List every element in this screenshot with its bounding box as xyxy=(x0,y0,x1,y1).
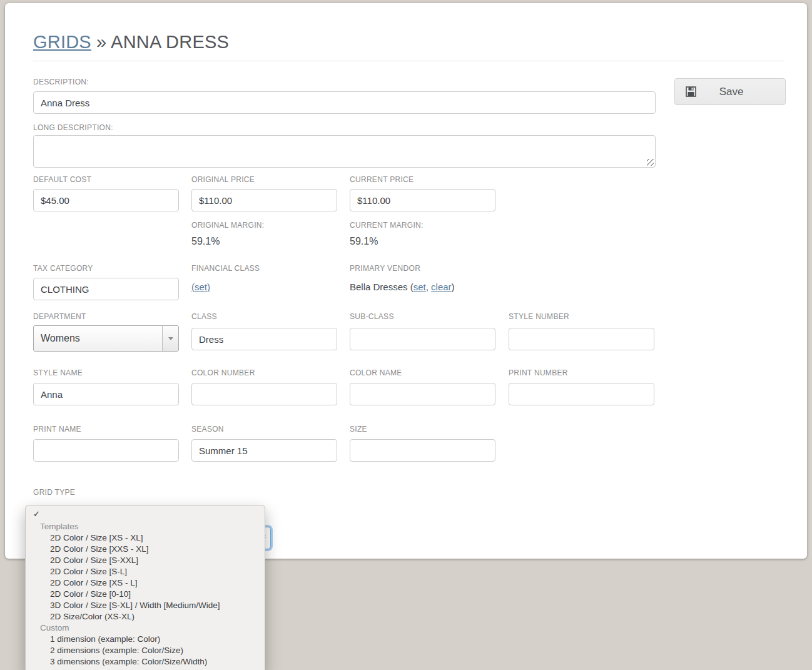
dropdown-option[interactable]: 2D Color / Size [0-10] xyxy=(26,589,265,600)
checkmark-icon: ✓ xyxy=(33,509,40,519)
color-name-label: COLOR NAME xyxy=(350,368,402,377)
size-label: SIZE xyxy=(350,425,367,434)
original-price-label: ORIGINAL PRICE xyxy=(191,175,255,184)
color-name-input[interactable] xyxy=(350,383,495,405)
main-card: GRIDS » ANNA DRESS Save DESCRIPTION: LON… xyxy=(5,3,807,559)
dropdown-option[interactable]: 1 dimension (example: Color) xyxy=(26,634,265,645)
save-button-label: Save xyxy=(696,86,766,98)
page-title: ANNA DRESS xyxy=(111,32,229,52)
grid-type-dropdown-menu: ✓ Templates 2D Color / Size [XS - XL] 2D… xyxy=(25,505,265,670)
dropdown-group-custom: Custom xyxy=(26,622,265,634)
class-input[interactable] xyxy=(191,328,337,350)
dropdown-option[interactable]: 2D Color / Size [XXS - XL] xyxy=(26,544,265,555)
financial-class-value: (set) xyxy=(191,282,210,292)
dropdown-option[interactable]: 2D Color / Size [S-L] xyxy=(26,566,265,577)
primary-vendor-label: PRIMARY VENDOR xyxy=(350,264,420,273)
class-label: CLASS xyxy=(191,312,217,321)
default-cost-input[interactable] xyxy=(33,189,179,211)
primary-vendor-set-link[interactable]: set xyxy=(414,282,426,292)
floppy-disk-icon xyxy=(686,86,696,97)
save-button[interactable]: Save xyxy=(674,78,786,105)
primary-vendor-name: Bella Dresses xyxy=(350,282,408,292)
breadcrumb: GRIDS » ANNA DRESS xyxy=(33,32,229,53)
select-arrow-box[interactable] xyxy=(162,326,178,351)
breadcrumb-separator: » xyxy=(91,32,111,52)
dropdown-option[interactable]: 2D Color / Size [XS - L] xyxy=(26,577,265,589)
long-description-label: LONG DESCRIPTION: xyxy=(33,123,113,132)
dropdown-option[interactable]: 2D Size/Color (XS-XL) xyxy=(26,611,265,622)
style-number-label: STYLE NUMBER xyxy=(509,312,569,321)
dropdown-option[interactable]: 2D Color / Size [XS - XL] xyxy=(26,532,265,544)
dropdown-option[interactable]: 2D Color / Size [S-XXL] xyxy=(26,555,265,566)
sub-class-label: SUB-CLASS xyxy=(350,312,394,321)
style-name-input[interactable] xyxy=(33,383,179,405)
financial-class-label: FINANCIAL CLASS xyxy=(191,264,260,273)
size-input[interactable] xyxy=(350,439,495,462)
dropdown-option[interactable]: 2 dimensions (example: Color/Size) xyxy=(26,645,265,656)
current-price-input[interactable] xyxy=(350,189,495,211)
resize-grip-icon[interactable] xyxy=(647,159,654,166)
long-description-textarea[interactable] xyxy=(33,135,656,168)
season-input[interactable] xyxy=(191,439,337,462)
original-price-input[interactable] xyxy=(191,189,337,211)
style-name-label: STYLE NAME xyxy=(33,368,83,377)
dropdown-group-templates: Templates xyxy=(26,521,265,532)
financial-class-set-link[interactable]: (set) xyxy=(191,282,210,292)
primary-vendor-clear-link[interactable]: clear xyxy=(431,282,452,292)
color-number-input[interactable] xyxy=(191,383,337,405)
original-margin-value: 59.1% xyxy=(191,236,220,247)
dropdown-option-blank[interactable]: ✓ xyxy=(26,509,265,521)
breadcrumb-grids-link[interactable]: GRIDS xyxy=(33,32,91,52)
color-number-label: COLOR NUMBER xyxy=(191,368,255,377)
print-name-input[interactable] xyxy=(33,439,179,462)
tax-category-input[interactable] xyxy=(33,278,179,300)
description-label: DESCRIPTION: xyxy=(33,78,89,86)
department-select[interactable]: Womens xyxy=(33,325,179,352)
header-divider xyxy=(33,61,784,61)
primary-vendor-value: Bella Dresses (set, clear) xyxy=(350,282,455,292)
sub-class-input[interactable] xyxy=(350,328,495,350)
department-label: DEPARTMENT xyxy=(33,312,86,321)
current-margin-value: 59.1% xyxy=(350,236,378,247)
print-number-label: PRINT NUMBER xyxy=(509,368,568,377)
current-price-label: CURRENT PRICE xyxy=(350,175,414,184)
original-margin-label: ORIGINAL MARGIN: xyxy=(191,221,264,230)
dropdown-option[interactable]: 3D Color / Size [S-XL] / Width [Medium/W… xyxy=(26,600,265,611)
chevron-down-icon xyxy=(168,337,173,340)
department-selected-value: Womens xyxy=(34,333,80,344)
style-number-input[interactable] xyxy=(509,328,654,350)
description-input[interactable] xyxy=(33,91,656,114)
print-name-label: PRINT NAME xyxy=(33,425,81,434)
season-label: SEASON xyxy=(191,425,224,434)
current-margin-label: CURRENT MARGIN: xyxy=(350,221,424,230)
print-number-input[interactable] xyxy=(509,383,654,405)
grid-type-label: GRID TYPE xyxy=(33,488,75,497)
default-cost-label: DEFAULT COST xyxy=(33,175,91,184)
tax-category-label: TAX CATEGORY xyxy=(33,264,93,273)
dropdown-option[interactable]: 3 dimensions (example: Color/Size/Width) xyxy=(26,656,265,667)
